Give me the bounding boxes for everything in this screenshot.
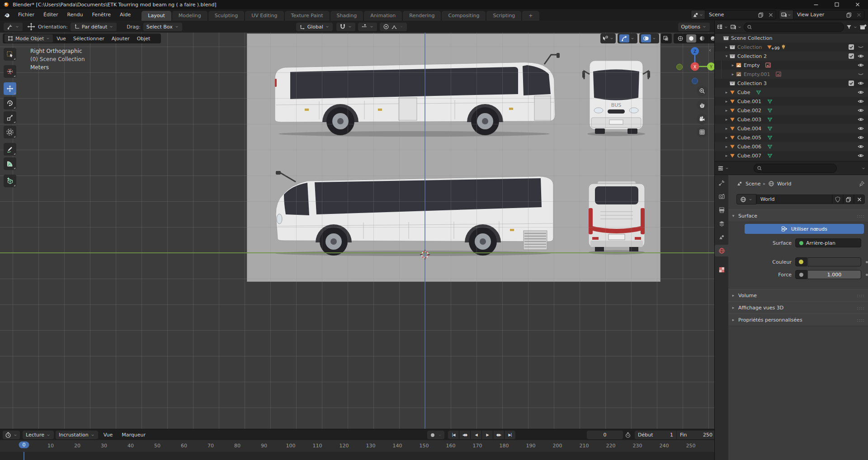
animate-strength-dot[interactable]: [866, 274, 868, 276]
collection-checkbox[interactable]: [849, 44, 854, 50]
outliner-item-name[interactable]: Cube.006: [737, 144, 761, 150]
timeline-menu-incrustation[interactable]: Incrustation: [56, 431, 98, 439]
outliner-item-name[interactable]: Cube: [737, 90, 750, 95]
blender-app-icon[interactable]: [4, 12, 10, 19]
outliner-item-name[interactable]: Scene Collection: [731, 35, 772, 41]
workspace-tab-shading[interactable]: Shading: [330, 11, 363, 21]
menu-fichier[interactable]: Fichier: [14, 10, 39, 19]
disclosure-open-icon[interactable]: ▾: [724, 54, 729, 58]
panel-drag-dots-icon[interactable]: ::::: [857, 293, 865, 298]
outliner-row[interactable]: ▸Cube.006: [715, 142, 868, 151]
strength-icon-button[interactable]: [795, 270, 807, 279]
menu-aide[interactable]: Aide: [115, 10, 135, 19]
workspace-tab-texturepaint[interactable]: Texture Paint: [285, 11, 330, 21]
minimize-button[interactable]: [806, 0, 826, 9]
strength-slider[interactable]: 1.000: [795, 270, 861, 279]
eye-toggle[interactable]: [858, 107, 864, 114]
disclosure-closed-icon[interactable]: ▸: [724, 99, 729, 104]
panel-drag-dots-icon[interactable]: ::::: [857, 213, 865, 218]
view-layer-selector[interactable]: View Layer: [779, 10, 864, 19]
copy-datablock-button[interactable]: [843, 194, 854, 204]
timeline-track-area[interactable]: [0, 452, 714, 460]
snap-target-dropdown[interactable]: [358, 23, 377, 31]
workspace-tab-uvediting[interactable]: UV Editing: [245, 11, 283, 21]
outliner-search-input[interactable]: [744, 23, 844, 32]
panel-drag-dots-icon[interactable]: ::::: [857, 305, 865, 310]
scene-icon[interactable]: [691, 10, 705, 19]
jump-start-button[interactable]: |◀: [448, 431, 459, 439]
outliner-item-name[interactable]: Cube.001: [737, 99, 761, 104]
drag-dropdown[interactable]: Select Box: [143, 23, 182, 31]
workspace-tab-modeling[interactable]: Modeling: [172, 11, 208, 21]
surface-shader-dropdown[interactable]: Arrière-plan: [795, 238, 861, 247]
outliner-item-name[interactable]: Empty: [744, 62, 760, 68]
tool-transform[interactable]: [4, 126, 16, 138]
panel-affichage-vues-3d[interactable]: ▸Affichage vues 3D::::: [728, 301, 868, 314]
outliner-row[interactable]: ▸Collection+99: [715, 43, 868, 52]
outliner-row[interactable]: ▸Cube.001: [715, 97, 868, 106]
outliner-row[interactable]: Collection 3: [715, 79, 868, 88]
animate-color-dot[interactable]: [866, 261, 868, 263]
new-collection-icon[interactable]: [859, 24, 867, 31]
end-frame-field[interactable]: Fin 250: [677, 431, 716, 439]
eye-toggle[interactable]: [858, 125, 864, 132]
eye-toggle[interactable]: [858, 89, 864, 95]
zoom-button[interactable]: [697, 85, 708, 96]
next-keyframe-button[interactable]: ◆▶: [493, 431, 504, 439]
timeline-editor-type-button[interactable]: [3, 431, 20, 439]
outliner-row[interactable]: ▸Cube: [715, 88, 868, 97]
scene-name[interactable]: Scene: [705, 12, 756, 18]
strength-value[interactable]: 1.000: [807, 270, 861, 279]
collection-checkbox[interactable]: [849, 81, 854, 86]
outliner-row[interactable]: ▸Cube.004: [715, 124, 868, 133]
outliner-row[interactable]: ▸Cube.007: [715, 151, 868, 160]
disclosure-closed-icon[interactable]: ▸: [724, 144, 729, 149]
properties-tab-world[interactable]: [715, 245, 728, 256]
tool-measure[interactable]: [4, 157, 16, 170]
outliner-item-name[interactable]: Collection 3: [737, 81, 767, 86]
disclosure-closed-icon[interactable]: ▸: [724, 153, 729, 158]
disclosure-closed-icon[interactable]: ▸: [730, 72, 736, 76]
view-layer-copy-icon[interactable]: [844, 10, 854, 19]
outliner-item-name[interactable]: Cube.007: [737, 153, 761, 159]
shading-rendered[interactable]: [708, 34, 714, 43]
world-datablock-dropdown[interactable]: [736, 194, 756, 204]
timeline-editor[interactable]: LectureIncrustationVueMarqueur |◀◀◆◀▶◆▶▶…: [0, 429, 714, 460]
maximize-button[interactable]: [826, 0, 847, 9]
workspace-tab-+[interactable]: +: [522, 11, 539, 21]
outliner-row[interactable]: Scene Collection: [715, 33, 868, 43]
eye-toggle[interactable]: [858, 143, 864, 150]
play-reverse-button[interactable]: ◀: [471, 431, 481, 439]
collection-checkbox[interactable]: [849, 53, 854, 59]
disclosure-closed-icon[interactable]: ▸: [730, 63, 736, 67]
play-forward-button[interactable]: ▶: [482, 431, 493, 439]
disclosure-closed-icon[interactable]: ▸: [724, 117, 729, 122]
workspace-tab-layout[interactable]: Layout: [142, 11, 171, 21]
outliner-item-name[interactable]: Collection: [737, 44, 762, 50]
shading-material-preview[interactable]: [697, 34, 707, 43]
color-swatch-button[interactable]: [795, 257, 807, 266]
eye-toggle[interactable]: [858, 80, 864, 86]
mode-dropdown[interactable]: Mode Objet: [5, 34, 53, 43]
eye-toggle[interactable]: [858, 98, 864, 104]
properties-tab-render[interactable]: [715, 190, 728, 202]
outliner-editor-type-button[interactable]: [717, 24, 728, 30]
workspace-tab-sculpting[interactable]: Sculpting: [208, 11, 244, 21]
tool-select-box[interactable]: [4, 48, 16, 61]
shading-wireframe[interactable]: [675, 34, 685, 43]
current-frame-field[interactable]: 0: [587, 431, 623, 439]
tool-move[interactable]: [4, 82, 16, 95]
use-preview-range-icon[interactable]: [625, 432, 631, 438]
timeline-menu-lecture[interactable]: Lecture: [23, 431, 54, 439]
selectability-visibility-dropdown[interactable]: [600, 33, 616, 43]
menu-fentre[interactable]: Fenêtre: [87, 10, 115, 19]
surface-panel-header[interactable]: ▾ Surface ::::: [728, 209, 868, 222]
world-name-field[interactable]: World: [756, 194, 832, 204]
timeline-menu-vue[interactable]: Vue: [100, 432, 117, 438]
panel-propri-t-s-personnalis-es[interactable]: ▸Propriétés personnalisées::::: [728, 313, 868, 326]
overlays-toggle[interactable]: [641, 34, 651, 43]
gizmo-axis-neg-y[interactable]: [677, 64, 683, 70]
xray-toggle[interactable]: [661, 33, 672, 43]
viewport-menu-slectionner[interactable]: Sélectionner: [70, 36, 108, 42]
workspace-tab-rendering[interactable]: Rendering: [403, 11, 441, 21]
